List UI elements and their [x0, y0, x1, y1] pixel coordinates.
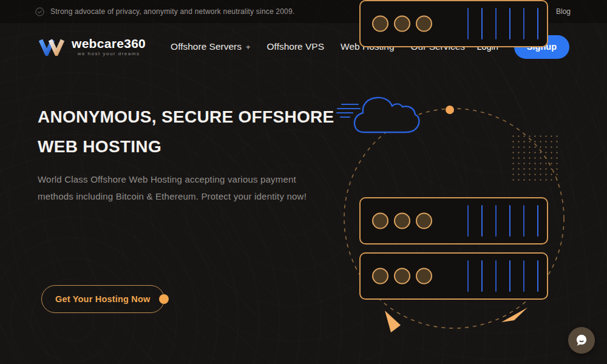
server-slot-icon — [467, 8, 469, 39]
server-leds — [372, 213, 432, 229]
server-led-icon — [394, 16, 410, 32]
server-slot-icon — [537, 260, 538, 292]
hero-description: World Class Offshore Web Hosting accepti… — [38, 171, 318, 205]
server-slot-icon — [481, 205, 483, 237]
server-slot-icon — [537, 205, 538, 237]
page: Strong advocate of privacy, anonymity an… — [0, 0, 607, 364]
topbar-tagline-group: Strong advocate of privacy, anonymity an… — [35, 7, 294, 16]
orbit-dot-icon — [446, 106, 454, 114]
server-led-icon — [416, 16, 432, 32]
nav-item-label: Offshore Servers — [171, 41, 242, 52]
server-led-icon — [372, 16, 388, 32]
server-rack-unit-3 — [359, 0, 548, 47]
nav-item-offshore-vps[interactable]: Offshore VPS — [267, 41, 324, 52]
server-led-icon — [372, 268, 388, 285]
server-slot-icon — [467, 205, 469, 237]
arrow-right-icon — [501, 308, 527, 322]
server-slot-icon — [537, 8, 538, 39]
server-slot-icon — [481, 260, 483, 292]
server-led-icon — [416, 268, 432, 285]
server-rack-unit-2 — [359, 252, 548, 300]
server-slot-icon — [495, 8, 497, 39]
server-slot-icon — [509, 8, 510, 39]
server-slot-icon — [523, 8, 524, 39]
brand-logo[interactable]: webcare360 we host your dreams — [38, 37, 146, 56]
shield-check-icon — [35, 7, 44, 16]
server-led-icon — [416, 213, 432, 229]
server-slots — [467, 8, 538, 39]
server-slot-icon — [495, 205, 497, 237]
hero-heading-line-1: ANONYMOUS, SECURE OFFSHORE — [38, 102, 378, 132]
server-slot-icon — [523, 260, 524, 292]
server-led-icon — [394, 268, 410, 285]
server-slot-icon — [481, 8, 483, 39]
hero-section: ANONYMOUS, SECURE OFFSHORE WEB HOSTING W… — [38, 102, 378, 205]
dot-grid-pattern — [510, 133, 560, 182]
cta-dot-icon — [159, 294, 169, 304]
arrow-left-icon — [385, 311, 401, 332]
topbar-link-blog[interactable]: Blog — [556, 7, 571, 16]
server-rack-unit-1 — [359, 197, 548, 244]
server-leds — [372, 16, 432, 32]
brand-name: webcare360 — [72, 37, 146, 50]
topbar-tagline: Strong advocate of privacy, anonymity an… — [50, 7, 294, 16]
server-slots — [467, 205, 538, 237]
server-led-icon — [394, 213, 410, 229]
nav-item-label: Offshore VPS — [267, 41, 324, 52]
server-slot-icon — [495, 260, 497, 292]
server-slot-icon — [523, 205, 524, 237]
brand-tagline: we host your dreams — [78, 52, 140, 56]
get-hosting-button[interactable]: Get Your Hosting Now — [41, 285, 164, 313]
server-slot-icon — [509, 205, 510, 237]
server-leds — [372, 268, 432, 285]
brand-text: webcare360 we host your dreams — [72, 37, 146, 56]
nav-item-offshore-servers[interactable]: Offshore Servers + — [171, 41, 250, 52]
hero-heading: ANONYMOUS, SECURE OFFSHORE WEB HOSTING — [38, 102, 378, 161]
plus-icon: + — [246, 42, 251, 52]
server-slot-icon — [509, 260, 510, 292]
server-slots — [467, 260, 538, 292]
server-slot-icon — [467, 260, 469, 292]
logo-w-mark-icon — [38, 38, 66, 56]
chat-bubble-icon — [574, 332, 589, 348]
chat-widget-button[interactable] — [568, 327, 595, 354]
hero-heading-line-2: WEB HOSTING — [38, 132, 378, 161]
server-led-icon — [372, 213, 388, 229]
get-hosting-button-label: Get Your Hosting Now — [55, 294, 151, 304]
